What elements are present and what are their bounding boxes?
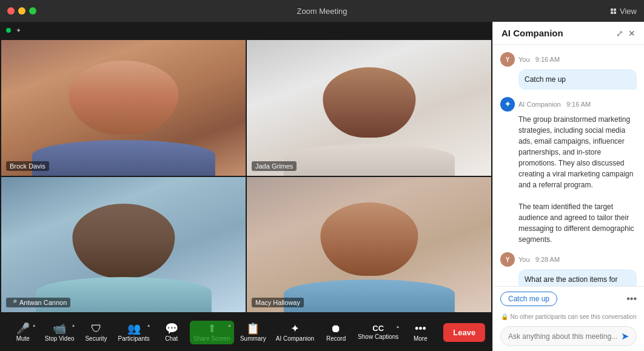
participants-button[interactable]: ▲ 👥 Participants — [115, 321, 153, 344]
privacy-notice: 🔒 No other participants can see this con… — [500, 311, 637, 323]
user-avatar-2: Y — [500, 252, 515, 267]
user-message-1: Catch me up — [518, 69, 637, 90]
leave-button[interactable]: Leave — [443, 323, 485, 342]
captions-icon: CC — [372, 324, 384, 332]
msg-group-2: ✦ AI Companion 9:16 AM The group brainst… — [500, 97, 637, 245]
participant-label-antwan: 🎤 Antwan Cannon — [6, 298, 70, 307]
ai-avatar-1: ✦ — [500, 97, 515, 112]
ai-sidebar: AI Companion ⤢ ✕ Y You 9:16 AM Catch me … — [492, 22, 644, 351]
video-cell-macy: Macy Halloway — [247, 177, 491, 313]
toolbar: ▲ 🎤 Mute ▲ 📹 Stop Video 🛡 Security ▲ 👥 P… — [0, 313, 492, 351]
popout-icon[interactable]: ⤢ — [616, 28, 623, 38]
participant-label-brock: Brock Davis — [6, 161, 49, 171]
lock-icon: 🔒 — [501, 313, 508, 320]
window-controls — [7, 7, 36, 15]
chat-button[interactable]: 💬 Chat — [156, 321, 187, 344]
participant-label-jada: Jada Grimes — [252, 161, 297, 171]
video-cell-brock: Brock Davis — [1, 40, 246, 176]
ai-icon: ✦ — [290, 323, 300, 334]
msg-sender-ai-1: ✦ AI Companion 9:16 AM — [500, 97, 637, 112]
ai-messages: Y You 9:16 AM Catch me up ✦ AI Companion… — [493, 45, 644, 286]
more-icon: ••• — [415, 323, 426, 334]
share-screen-button[interactable]: ▲ ⬆ Share Screen — [190, 321, 234, 344]
chat-icon: 💬 — [165, 323, 178, 334]
summary-icon: 📋 — [246, 323, 260, 334]
msg-group-3: Y You 9:28 AM What are the action items … — [500, 252, 637, 286]
ai-sidebar-header: AI Companion ⤢ ✕ — [493, 22, 644, 45]
msg-sender-you-2: Y You 9:28 AM — [500, 252, 637, 267]
video-grid: Brock Davis Jada Grimes — [0, 39, 492, 313]
msg-group-1: Y You 9:16 AM Catch me up — [500, 52, 637, 90]
video-area: ✦ Brock Davis — [0, 22, 492, 351]
more-options-button[interactable]: ••• — [626, 293, 637, 304]
participants-icon: 👥 — [127, 323, 141, 334]
more-button[interactable]: ••• More — [404, 321, 436, 344]
close-sidebar-icon[interactable]: ✕ — [628, 28, 636, 38]
status-indicator — [6, 28, 11, 33]
participants-caret[interactable]: ▲ — [147, 323, 151, 327]
video-cell-antwan: 🎤 Antwan Cannon — [1, 177, 246, 313]
window-title: Zoom Meeting — [297, 7, 347, 16]
title-bar: Zoom Meeting View — [0, 0, 644, 22]
ai-footer: Catch me up ••• 🔒 No other participants … — [493, 286, 644, 351]
stop-video-button[interactable]: ▲ 📹 Stop Video — [41, 321, 78, 344]
maximize-button[interactable] — [29, 7, 36, 15]
mute-caret[interactable]: ▲ — [32, 323, 36, 327]
record-icon: ⏺ — [330, 323, 341, 334]
mute-icon: 🎤 — [16, 323, 30, 334]
ai-message-1: The group brainstormed marketing strateg… — [518, 114, 637, 245]
video-cell-jada: Jada Grimes — [247, 40, 491, 176]
captions-button[interactable]: ▲ CC Show Captions — [354, 322, 402, 343]
captions-caret[interactable]: ▲ — [395, 324, 400, 329]
mute-button[interactable]: ▲ 🎤 Mute — [7, 321, 39, 344]
catch-up-row: Catch me up ••• — [500, 292, 637, 306]
video-caret[interactable]: ▲ — [72, 323, 76, 327]
msg-sender-you-1: Y You 9:16 AM — [500, 52, 637, 67]
send-button[interactable]: ➤ — [621, 330, 629, 342]
ask-input-row[interactable]: ➤ — [500, 326, 637, 346]
status-icon: ✦ — [16, 27, 21, 35]
user-message-2: What are the action items for after the … — [518, 269, 637, 286]
ask-input[interactable] — [508, 332, 621, 341]
close-button[interactable] — [7, 7, 15, 15]
ai-sidebar-title: AI Companion — [501, 28, 563, 38]
main-content: ✦ Brock Davis — [0, 22, 644, 351]
record-button[interactable]: ⏺ Record — [320, 321, 352, 344]
security-icon: 🛡 — [91, 323, 102, 334]
catch-up-button[interactable]: Catch me up — [500, 292, 557, 306]
share-icon: ⬆ — [207, 323, 216, 334]
user-avatar-1: Y — [500, 52, 515, 67]
participant-label-macy: Macy Halloway — [252, 298, 304, 307]
summary-button[interactable]: 📋 Summary — [236, 321, 270, 344]
share-caret[interactable]: ▲ — [227, 323, 232, 327]
security-button[interactable]: 🛡 Security — [81, 321, 112, 344]
ai-header-actions: ⤢ ✕ — [616, 28, 636, 38]
view-button[interactable]: View — [611, 7, 637, 16]
minimize-button[interactable] — [18, 7, 25, 15]
video-icon: 📹 — [53, 323, 66, 334]
ai-companion-button[interactable]: ✦ AI Companion — [272, 321, 318, 344]
grid-icon — [611, 8, 616, 14]
